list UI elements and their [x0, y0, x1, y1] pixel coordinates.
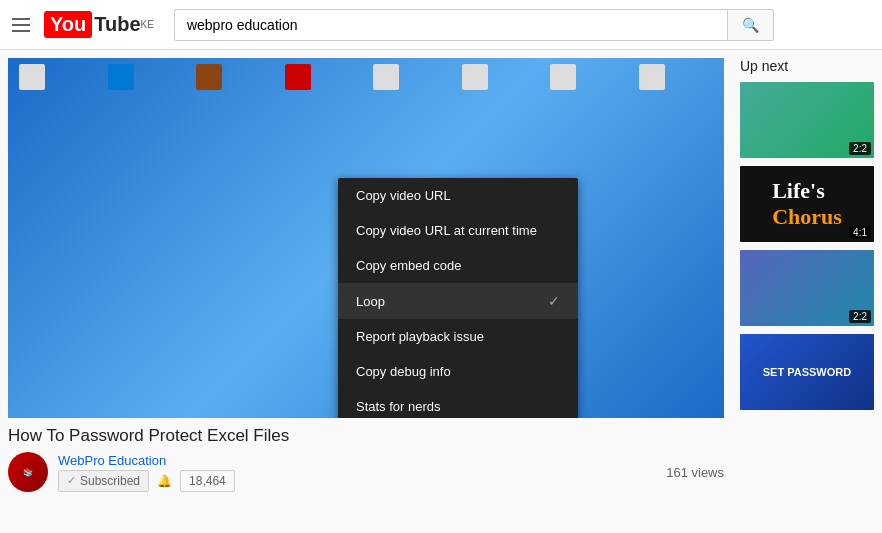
channel-name[interactable]: WebPro Education	[58, 453, 235, 468]
subscribe-button[interactable]: ✓ Subscribed	[58, 470, 149, 492]
context-report-label: Report playback issue	[356, 329, 484, 344]
channel-row: 📚 WebPro Education ✓ Subscribed 🔔 18,464…	[8, 452, 724, 492]
subscriber-count: 18,464	[180, 470, 235, 492]
logo-ke: KE	[141, 19, 154, 30]
sidebar-thumbnail-4: SET PASSWORD	[740, 334, 874, 410]
subscribed-label: Subscribed	[80, 474, 140, 488]
desktop-icon	[457, 64, 493, 92]
search-bar	[174, 9, 774, 41]
sidebar-thumbnail-1: 2:2	[740, 82, 874, 158]
context-copy-embed[interactable]: Copy embed code	[338, 248, 578, 283]
video-frame: Copy video URL Copy video URL at current…	[8, 58, 724, 418]
desktop-icon	[191, 64, 227, 92]
context-loop[interactable]: Loop ✓	[338, 283, 578, 319]
view-count: 161 views	[666, 465, 724, 480]
sidebar-duration-2: 4:1	[849, 226, 871, 239]
context-copy-embed-label: Copy embed code	[356, 258, 462, 273]
sidebar-video-4[interactable]: SET PASSWORD	[740, 334, 874, 410]
context-menu: Copy video URL Copy video URL at current…	[338, 178, 578, 418]
sidebar-duration-3: 2:2	[849, 310, 871, 323]
avatar-image: 📚	[8, 452, 48, 492]
search-input[interactable]	[174, 9, 727, 41]
desktop-icon	[14, 64, 50, 92]
desktop-icon	[103, 64, 139, 92]
loop-check-icon: ✓	[548, 293, 560, 309]
context-debug-label: Copy debug info	[356, 364, 451, 379]
channel-meta: ✓ Subscribed 🔔 18,464	[58, 470, 235, 492]
context-stats[interactable]: Stats for nerds	[338, 389, 578, 418]
desktop-icon	[634, 64, 670, 92]
context-copy-url[interactable]: Copy video URL	[338, 178, 578, 213]
sidebar-video-3[interactable]: 2:2	[740, 250, 874, 326]
bell-icon[interactable]: 🔔	[157, 474, 172, 488]
sidebar: Up next 2:2 Life'sChorus 4:1 2:2 SET PAS…	[732, 58, 882, 533]
logo[interactable]: You Tube KE	[44, 11, 154, 38]
context-copy-url-time-label: Copy video URL at current time	[356, 223, 537, 238]
context-copy-url-time[interactable]: Copy video URL at current time	[338, 213, 578, 248]
header: You Tube KE	[0, 0, 882, 50]
context-debug[interactable]: Copy debug info	[338, 354, 578, 389]
desktop-icon	[368, 64, 404, 92]
video-info: How To Password Protect Excel Files 📚 We…	[8, 418, 724, 500]
video-title: How To Password Protect Excel Files	[8, 426, 724, 446]
logo-tube: Tube	[94, 13, 140, 36]
context-loop-label: Loop	[356, 294, 385, 309]
channel-info: WebPro Education ✓ Subscribed 🔔 18,464	[58, 453, 235, 492]
sidebar-thumbnail-3: 2:2	[740, 250, 874, 326]
main-content: Copy video URL Copy video URL at current…	[0, 50, 882, 533]
sidebar-video-1[interactable]: 2:2	[740, 82, 874, 158]
video-player[interactable]: Copy video URL Copy video URL at current…	[8, 58, 724, 418]
desktop-icon	[280, 64, 316, 92]
sidebar-thumbnail-2: Life'sChorus 4:1	[740, 166, 874, 242]
channel-avatar: 📚	[8, 452, 48, 492]
context-stats-label: Stats for nerds	[356, 399, 441, 414]
logo-you: You	[44, 11, 92, 38]
sidebar-duration-1: 2:2	[849, 142, 871, 155]
desktop-icons	[8, 58, 724, 98]
subscribed-check-icon: ✓	[67, 474, 76, 487]
search-button[interactable]	[727, 9, 774, 41]
context-report[interactable]: Report playback issue	[338, 319, 578, 354]
sidebar-video-2[interactable]: Life'sChorus 4:1	[740, 166, 874, 242]
hamburger-menu[interactable]	[12, 18, 30, 32]
video-section: Copy video URL Copy video URL at current…	[0, 58, 732, 533]
context-copy-url-label: Copy video URL	[356, 188, 451, 203]
up-next-label: Up next	[740, 58, 874, 74]
desktop-icon	[545, 64, 581, 92]
